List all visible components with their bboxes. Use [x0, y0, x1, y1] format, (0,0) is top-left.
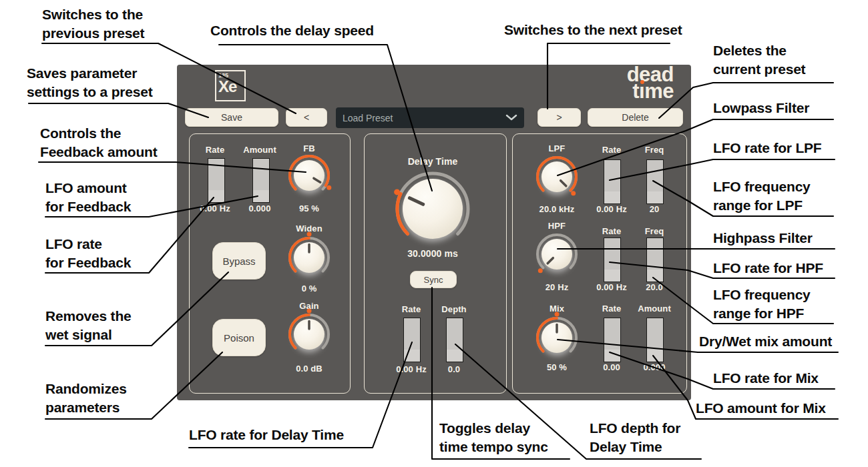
- annotation-removes-wet: Removes the wet signal: [45, 307, 132, 344]
- annotation-drywet: Dry/Wet mix amount: [699, 332, 832, 351]
- chevron-down-icon: [505, 114, 517, 121]
- annotation-lfo-rate-lpf: LFO rate for LPF: [713, 139, 821, 157]
- poison-button[interactable]: Poison: [212, 319, 266, 356]
- mix-lfo-rate-slider[interactable]: [604, 318, 621, 362]
- annotation-lfo-depth-delay: LFO depth for Delay Time: [590, 419, 680, 456]
- hpf-lfo-rate-slider[interactable]: [604, 238, 621, 282]
- feedback-panel: Rate Amount FB 0.00 Hz 0.000 95 % Widen …: [189, 133, 351, 394]
- annotation-delete-preset: Deletes the current preset: [713, 41, 805, 79]
- lpf-lfo-freq-value: 20: [624, 204, 684, 214]
- brand-word-time: tıme: [627, 83, 674, 99]
- plugin-window: 135 Xe dead tıme Save < Load Preset > De…: [177, 65, 691, 400]
- mix-value: 50 %: [527, 362, 587, 372]
- save-button[interactable]: Save: [185, 108, 278, 127]
- xe-element-logo: 135 Xe: [215, 70, 246, 101]
- fb-knob-value: 95 %: [279, 203, 339, 213]
- annotation-prev-preset: Switches to the previous preset: [42, 5, 144, 43]
- load-preset-label: Load Preset: [343, 113, 393, 123]
- lpf-lfo-freq-label: Freq: [624, 145, 684, 155]
- element-symbol: Xe: [218, 77, 236, 96]
- sync-button[interactable]: Sync: [410, 271, 457, 288]
- hpf-lfo-freq-label: Freq: [624, 226, 684, 236]
- gain-knob[interactable]: [283, 308, 335, 360]
- widen-value: 0 %: [279, 284, 339, 294]
- annotation-fb-control: Controls the Feedback amount: [40, 124, 158, 161]
- delay-lfo-depth-label: Depth: [424, 304, 484, 314]
- delay-panel: Delay Time 30.0000 ms Sync Rate Depth 0.…: [364, 133, 507, 394]
- lpf-value: 20.0 kHz: [527, 204, 587, 214]
- delay-lfo-rate-slider[interactable]: [403, 318, 421, 362]
- annotation-lfo-amount-fb: LFO amount for Feedback: [45, 179, 131, 216]
- hpf-lfo-freq-value: 20.0: [624, 282, 684, 292]
- lpf-lfo-freq-slider[interactable]: [646, 159, 664, 204]
- delay-lfo-depth-value: 0.0: [424, 364, 484, 374]
- annotation-lfo-rate-mix: LFO rate for Mix: [713, 369, 819, 388]
- mix-lfo-amount-slider[interactable]: [646, 318, 664, 362]
- annotation-lfo-amount-mix: LFO amount for Mix: [696, 399, 826, 418]
- screenshot-stage: 135 Xe dead tıme Save < Load Preset > De…: [0, 0, 868, 467]
- fb-knob[interactable]: [283, 149, 335, 201]
- lpf-lfo-rate-slider[interactable]: [604, 159, 621, 204]
- mix-lfo-amount-value: 0.000: [624, 362, 684, 372]
- annotation-lowpass: Lowpass Filter: [713, 99, 809, 117]
- fb-lfo-rate-slider[interactable]: [208, 158, 225, 203]
- delay-lfo-depth-slider[interactable]: [446, 318, 463, 362]
- hpf-lfo-freq-slider[interactable]: [646, 238, 664, 282]
- annotation-highpass: Highpass Filter: [713, 229, 813, 248]
- annotation-lfo-rate-hpf: LFO rate for HPF: [713, 259, 823, 278]
- delay-time-value: 30.0000 ms: [403, 248, 463, 259]
- brand-logo: dead tıme: [627, 66, 674, 99]
- annotation-toggles-sync: Toggles delay time tempo sync: [439, 419, 548, 456]
- annotation-save-preset: Saves parameter settings to a preset: [27, 64, 153, 101]
- annotation-next-preset: Switches to the next preset: [504, 21, 682, 39]
- annotation-lfo-rate-delay: LFO rate for Delay Time: [189, 426, 344, 444]
- prev-preset-button[interactable]: <: [286, 108, 327, 127]
- annotation-randomizes: Randomizes parameters: [45, 380, 127, 417]
- annotation-delay-speed: Controls the delay speed: [210, 21, 374, 40]
- annotation-lfo-freq-lpf: LFO frequency range for LPF: [713, 177, 811, 215]
- fb-lfo-amount-slider[interactable]: [252, 158, 270, 203]
- hpf-value: 20 Hz: [527, 282, 587, 292]
- mix-lfo-amount-label: Amount: [624, 304, 684, 314]
- annotation-lfo-freq-hpf: LFO frequency range for HPF: [713, 286, 811, 323]
- delete-preset-button[interactable]: Delete: [588, 108, 683, 127]
- delay-time-knob[interactable]: [389, 165, 476, 252]
- brand-dot-icon: [640, 80, 644, 84]
- widen-knob[interactable]: [283, 231, 335, 284]
- filter-mix-panel: LPF 20.0 kHz Rate 0.00 Hz Freq 20 HPF 20…: [512, 133, 687, 394]
- load-preset-dropdown[interactable]: Load Preset: [336, 107, 524, 128]
- annotation-lfo-rate-fb: LFO rate for Feedback: [45, 235, 131, 272]
- next-preset-button[interactable]: >: [537, 108, 581, 127]
- mix-knob[interactable]: [531, 312, 583, 364]
- hpf-knob[interactable]: [531, 228, 583, 280]
- bypass-button[interactable]: Bypass: [212, 242, 266, 280]
- gain-value: 0.0 dB: [279, 364, 339, 374]
- lpf-knob[interactable]: [531, 151, 583, 203]
